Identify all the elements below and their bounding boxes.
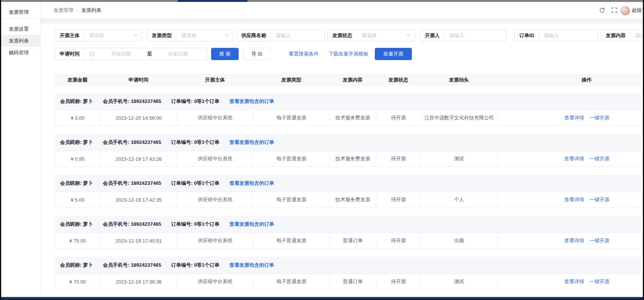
member-nickname: 会员昵称: 萝卜 bbox=[60, 262, 93, 269]
cell-actions: 查看详情 一键开票 bbox=[498, 151, 642, 166]
cell-amount: ¥ 5.00 bbox=[55, 192, 101, 207]
user-name[interactable]: 超级管理员 bbox=[632, 2, 642, 18]
chevron-down-icon bbox=[133, 34, 141, 37]
group-header-row: 会员昵称: 萝卜 会员手机号: 18924237465 订单编号: 0等1个订单… bbox=[55, 93, 642, 110]
cell-apply-time: 2023-12-19 17:43:26 bbox=[101, 151, 177, 166]
column-header-type: 发票类型 bbox=[253, 74, 329, 86]
sidebar: 发票管理 发票设置 发票列表 赋码管理 bbox=[1, 2, 41, 297]
member-phone: 会员手机号: 18924237465 bbox=[103, 180, 161, 187]
sidebar-title: 发票管理 bbox=[9, 7, 29, 17]
invoice-group: 会员昵称: 萝卜 会员手机号: 18924237465 订单编号: 0等1个订单… bbox=[55, 175, 642, 208]
cell-content: 普通订单 bbox=[330, 233, 376, 248]
cell-apply-time: 2023-12-19 17:38:36 bbox=[101, 274, 177, 289]
batch-invoice-button[interactable]: 批量开票 bbox=[375, 48, 412, 60]
filter-label: 发票内容 bbox=[601, 32, 630, 39]
view-details-link[interactable]: 查看详情 bbox=[564, 155, 584, 162]
cell-invoice-title: 测试 bbox=[421, 151, 498, 166]
member-phone: 会员手机号: 18924237465 bbox=[103, 98, 161, 105]
view-included-orders-link[interactable]: 查看发票包含的订单 bbox=[229, 139, 274, 146]
filter-apply-time: 申请时间 开始日期 至 结束日期 bbox=[55, 48, 207, 60]
one-click-invoice-link[interactable]: 一键开票 bbox=[590, 155, 610, 162]
filter-label: 发票状态 bbox=[328, 32, 357, 39]
member-phone: 会员手机号: 18924237465 bbox=[103, 221, 161, 228]
view-included-orders-link[interactable]: 查看发票包含的订单 bbox=[229, 262, 274, 269]
cell-apply-time: 2023-12-19 17:40:51 bbox=[101, 233, 177, 248]
invoice-status-select[interactable]: 请选择 bbox=[357, 30, 407, 41]
cell-content: 技术服务费发票 bbox=[330, 110, 376, 126]
fullscreen-icon[interactable] bbox=[611, 7, 618, 13]
view-details-link[interactable]: 查看详情 bbox=[564, 237, 584, 244]
app-window: 发票管理 发票设置 发票列表 赋码管理 发票管理 › 发票列表 超级管理员 bbox=[0, 0, 644, 300]
member-phone: 会员手机号: 18924237465 bbox=[103, 139, 161, 146]
group-header-row: 会员昵称: 萝卜 会员手机号: 18924237465 订单编号: 0等1个订单… bbox=[55, 134, 642, 151]
cell-amount: ¥ 70.00 bbox=[55, 274, 101, 289]
one-click-invoice-link[interactable]: 一键开票 bbox=[590, 278, 610, 285]
filter-invoice-subject: 开票主体 请选择 bbox=[55, 29, 142, 41]
cell-subject: 供应链中台系统 bbox=[177, 192, 254, 207]
topbar: 发票管理 › 发票列表 超级管理员 bbox=[41, 2, 642, 18]
start-date-input[interactable]: 开始日期 bbox=[97, 51, 146, 57]
issuer-input[interactable]: 请输入 bbox=[444, 30, 506, 41]
sidebar-divider bbox=[1, 18, 40, 19]
download-template-link[interactable]: 下载批量开票模板 bbox=[329, 48, 368, 60]
invoice-content-select[interactable]: 请选择 bbox=[630, 30, 642, 41]
column-header-status: 发票状态 bbox=[376, 74, 421, 86]
sidebar-item-invoice-settings[interactable]: 发票设置 bbox=[1, 23, 40, 35]
user-avatar[interactable] bbox=[620, 6, 630, 16]
supplier-name-input[interactable]: 请输入 bbox=[271, 30, 324, 41]
cell-subject: 供应链中台系统 bbox=[177, 151, 254, 166]
member-nickname: 会员昵称: 萝卜 bbox=[60, 98, 93, 105]
cell-invoice-title: 个人 bbox=[421, 192, 498, 207]
filter-supplier-name: 供应商名称 请输入 bbox=[236, 29, 325, 41]
order-number: 订单编号: 0等1个订单 bbox=[171, 221, 219, 228]
cell-subject: 供应链中台系统 bbox=[177, 110, 254, 126]
order-number: 订单编号: 0等1个订单 bbox=[171, 139, 219, 146]
view-included-orders-link[interactable]: 查看发票包含的订单 bbox=[229, 221, 274, 228]
cell-status: 待开票 bbox=[376, 110, 421, 126]
window-frame-left bbox=[0, 0, 1, 300]
one-click-invoice-link[interactable]: 一键开票 bbox=[590, 114, 610, 121]
order-id-input[interactable]: 请输入 bbox=[539, 30, 598, 41]
order-number: 订单编号: 0等1个订单 bbox=[171, 262, 219, 269]
invoice-group: 会员昵称: 萝卜 会员手机号: 18924237465 订单编号: 0等1个订单… bbox=[55, 257, 642, 290]
filter-invoice-status: 发票状态 请选择 bbox=[327, 29, 415, 41]
one-click-invoice-link[interactable]: 一键开票 bbox=[590, 237, 610, 244]
date-range-picker[interactable]: 开始日期 至 结束日期 bbox=[84, 48, 207, 60]
member-phone: 会员手机号: 18924237465 bbox=[103, 262, 161, 269]
table-row: ¥ 5.00 2023-12-19 17:42:35 供应链中台系统 电子普通发… bbox=[55, 192, 642, 208]
search-button[interactable]: 搜 索 bbox=[211, 48, 239, 60]
view-details-link[interactable]: 查看详情 bbox=[564, 196, 584, 203]
cell-type: 电子普通发票 bbox=[254, 192, 330, 207]
invoice-subject-select[interactable]: 请选择 bbox=[84, 30, 133, 41]
view-details-link[interactable]: 查看详情 bbox=[564, 114, 584, 121]
group-header-row: 会员昵称: 萝卜 会员手机号: 18924237465 订单编号: 0等1个订单… bbox=[55, 175, 642, 192]
end-date-input[interactable]: 结束日期 bbox=[154, 51, 203, 57]
table-row: ¥ 70.00 2023-12-19 17:38:36 供应链中台系统 电子普通… bbox=[55, 274, 642, 290]
header-content-gap bbox=[41, 18, 642, 24]
cell-content: 技术服务费发票 bbox=[330, 151, 376, 166]
view-included-orders-link[interactable]: 查看发票包含的订单 bbox=[229, 180, 274, 187]
reset-search-link[interactable]: 重置搜索条件 bbox=[289, 48, 319, 60]
invoice-type-select[interactable]: 请选择 bbox=[176, 30, 225, 41]
sidebar-nav: 发票设置 发票列表 赋码管理 bbox=[1, 23, 40, 59]
sidebar-item-code-management[interactable]: 赋码管理 bbox=[1, 47, 40, 59]
cell-status: 待开票 bbox=[376, 151, 421, 166]
filter-label: 开票主体 bbox=[55, 32, 84, 39]
main-content: 开票主体 请选择 发票类型 请选择 供应商名称 请输入 发票状态 请选择 开票人… bbox=[41, 24, 642, 297]
refresh-icon[interactable] bbox=[599, 7, 605, 13]
cell-apply-time: 2023-12-19 17:42:35 bbox=[101, 192, 177, 207]
export-button[interactable]: 导 出 bbox=[243, 48, 271, 60]
view-included-orders-link[interactable]: 查看发票包含的订单 bbox=[229, 98, 274, 105]
order-number: 订单编号: 0等1个订单 bbox=[171, 98, 219, 105]
member-nickname: 会员昵称: 萝卜 bbox=[60, 180, 93, 187]
column-header-title: 发票抬头 bbox=[421, 74, 497, 86]
cell-invoice-title: 测试 bbox=[421, 274, 498, 289]
filter-issuer: 开票人 请输入 bbox=[420, 29, 506, 41]
breadcrumb-item-parent[interactable]: 发票管理 bbox=[54, 7, 73, 14]
order-number: 订单编号: 0等1个订单 bbox=[171, 180, 219, 187]
view-details-link[interactable]: 查看详情 bbox=[564, 278, 584, 285]
one-click-invoice-link[interactable]: 一键开票 bbox=[590, 196, 610, 203]
column-header-content: 发票内容 bbox=[329, 74, 376, 86]
filter-label: 订单ID bbox=[515, 32, 539, 39]
sidebar-item-invoice-list[interactable]: 发票列表 bbox=[1, 35, 40, 47]
